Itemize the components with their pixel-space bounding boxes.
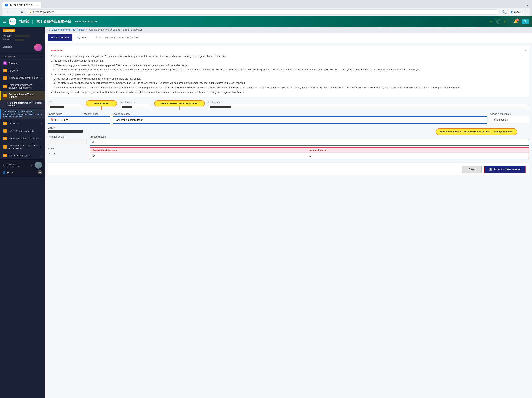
period-clear-btn[interactable]: × — [106, 118, 107, 121]
sidebar-sub-take-number[interactable]: Take the electronic invoice track number — [0, 100, 45, 108]
address-input[interactable]: 🔒 einvoice.nat.gov.tw — [26, 9, 499, 15]
forward-button[interactable]: → — [12, 10, 18, 15]
invoice-category-select[interactable]: General tax computation ▾ — [113, 116, 487, 124]
tab-search[interactable]: 🔍 Search — [74, 34, 93, 41]
language-button[interactable]: EN — [522, 19, 529, 24]
submit-button[interactable]: 💾 Submit to take number — [484, 166, 526, 173]
status-available-row: Status Normal Available books of uses As… — [48, 147, 529, 159]
browser-tab-active[interactable]: A 電子發票整合服務平台 × — [2, 2, 41, 8]
sidebar-item-api[interactable]: ★ API-ApiRegistration › — [0, 152, 45, 159]
tab-take-number[interactable]: + Take number — [48, 34, 72, 41]
sidebar-item-personnel[interactable]: ★ Personnel account and authority manage… — [0, 82, 45, 91]
reset-button[interactable]: Reset — [462, 166, 482, 173]
status-label: Status — [48, 147, 87, 150]
available-books-value: 14 — [93, 154, 309, 157]
increase-books-input[interactable] — [90, 139, 529, 146]
more-options-icon[interactable]: ⋮ — [524, 10, 527, 14]
available-books-table: Available books of uses Assigned books 1… — [90, 147, 529, 159]
sidebar-item-sitemap[interactable]: 🗺 Site map — [0, 59, 45, 67]
category-select-input[interactable]: General tax computation — [114, 117, 487, 123]
sidebar-item-membercarrier[interactable]: ★ Member carrier application and change … — [0, 142, 45, 152]
sidebar-item-bizfunc[interactable]: ★ Business entity function menu › — [0, 74, 45, 82]
name-label: Name： — [3, 38, 13, 41]
reminder-point-7: (2)The platform will assign the invoice … — [51, 81, 526, 85]
back-button[interactable]: ← — [5, 10, 10, 15]
name-value — [15, 39, 24, 41]
increase-books-text[interactable] — [93, 141, 526, 144]
logout-row[interactable]: 👤 Logout ↪ — [3, 170, 42, 175]
reminder-point-1: 1.Before requesting a number, please fir… — [51, 54, 526, 58]
sitemap-label: Site map — [8, 62, 18, 65]
sidebar-item-todolist[interactable]: ★ To-do list — [0, 67, 45, 74]
sidebar-item-einvoice[interactable]: ★ Electronic Invoice Track Number ∨ — [0, 91, 45, 100]
eaiweb-icon: ★ — [3, 122, 7, 125]
account-value — [15, 35, 30, 37]
collapse-icon[interactable]: — — [40, 55, 42, 58]
take-number-sub-label: Take the electronic invoice track number — [7, 102, 41, 107]
tax-id-value — [120, 104, 151, 110]
annotation-books: Enter the number of "Available books of … — [436, 128, 517, 135]
reload-button[interactable]: ↻ — [19, 9, 24, 15]
invoice-period-input[interactable]: 📅 11-12, 2024 × — [48, 116, 110, 124]
sidebar-item-valueadded[interactable]: ★ Value-added service center › — [0, 135, 45, 142]
address-text: einvoice.nat.gov.tw — [33, 11, 54, 13]
person-icon: 👤 — [3, 171, 6, 174]
tab-email-config[interactable]: ✎ Take number for email configuration — [93, 34, 142, 41]
invoice-period-row: Invoice period Discontinue use 📅 11-12, … — [48, 113, 529, 124]
tab-close-btn[interactable]: × — [37, 4, 38, 6]
highlight-text: The value-added service center downloads… — [3, 111, 42, 117]
assigned-books-field: Assigned books 1 — [48, 135, 87, 146]
assign-note-label: Assign number note — [490, 113, 529, 115]
avail-header-row: Available books of uses Assigned books — [90, 148, 528, 152]
breadcrumb-dots: ::: — [48, 28, 50, 31]
period-value: 11-12, 2024 — [55, 118, 68, 121]
entity-name-field: s entity name — [208, 101, 529, 110]
available-books-section: Available books of uses Assigned books 1… — [90, 147, 529, 159]
ban-value — [48, 104, 83, 110]
status-value: Normal — [48, 151, 87, 156]
nav-decorations: ● )))) ● — [489, 18, 506, 25]
hamburger-menu[interactable]: ☰ — [3, 19, 6, 24]
profile-icon: 👤 — [510, 11, 513, 13]
tab-favicon: A — [5, 4, 8, 7]
sidebar-item-turnkey[interactable]: ★ TURNKEY transfer job › — [0, 127, 45, 135]
window-minimize[interactable]: ▾ — [525, 3, 530, 8]
new-tab-btn[interactable]: + — [42, 1, 48, 8]
profile-button[interactable]: 👤 Guest — [508, 10, 523, 14]
reminder-close-btn[interactable]: × — [525, 48, 526, 53]
period-header: Invoice period Discontinue use — [48, 113, 110, 115]
entity-name-masked — [210, 106, 231, 108]
content-area: ::: Electronic Invoice Track Number / Ta… — [45, 27, 532, 398]
breadcrumb-link-einvoice[interactable]: Electronic Invoice Track Number — [51, 28, 85, 31]
assigned-books-header: Assigned books — [309, 149, 526, 151]
search-icon-btn[interactable]: 🔍 — [502, 10, 506, 14]
submit-save-icon: 💾 — [489, 168, 492, 171]
ban-label: BAN — [48, 101, 83, 104]
api-label: API-ApiRegistration — [8, 154, 30, 157]
turnkey-icon: ★ — [3, 129, 7, 133]
entity-name-label: s entity name — [208, 101, 529, 104]
avail-values-row: 14 1 — [90, 152, 528, 159]
account-row: Account： — [3, 34, 42, 38]
reminder-box: Reminder: × 1.Before requesting a number… — [48, 46, 529, 97]
sidebar-bottom: 📞 Service Tel 0800-521-988 ✏ 👤 Logout ↪ — [0, 159, 45, 177]
valueadded-icon: ★ — [3, 137, 7, 140]
period-annotation-wrapper: Select period — [86, 100, 117, 110]
membercarrier-chevron: › — [41, 146, 42, 148]
notification-bell[interactable]: 🔔 0 — [512, 19, 519, 24]
browser-actions: 🔍 👤 Guest ⋮ — [502, 10, 527, 14]
sidebar-item-eaiweb[interactable]: ★ EAIWEB › — [0, 120, 45, 127]
einvoice-chevron: ∨ — [41, 95, 42, 97]
increase-books-label: Increase books — [90, 135, 529, 138]
platform-name: 電子發票整合服務平台 — [36, 19, 71, 24]
personnel-label: Personnel account and authority manageme… — [8, 84, 40, 89]
ban-masked — [50, 106, 63, 108]
api-icon: ★ — [3, 154, 7, 157]
nav-title-group: 財政部 ｜ 電子發票整合服務平台 E-Invoice Platform — [19, 19, 97, 24]
pencil-icon[interactable]: ✏ — [31, 164, 33, 167]
reminder-point-3: (1)When applying, you only need to fill … — [51, 63, 526, 67]
lock-icon: 🔒 — [29, 11, 32, 13]
ban-field: BAN — [48, 101, 83, 110]
sidebar-highlight-download[interactable]: The value-added service center downloads… — [0, 109, 45, 119]
invoice-category-label: Invoice category — [113, 113, 487, 115]
